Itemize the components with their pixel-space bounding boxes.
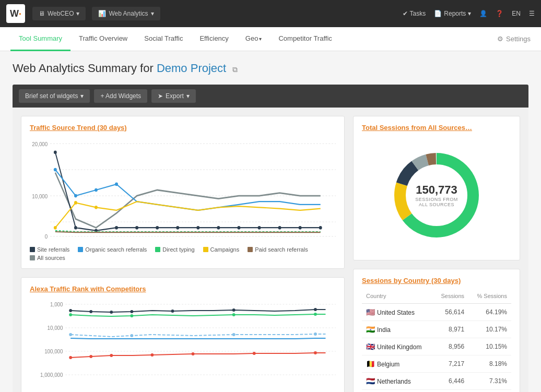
add-widgets-button[interactable]: + Add Widgets	[94, 89, 147, 103]
svg-point-27	[74, 201, 77, 205]
export-icon: ➤	[158, 92, 163, 100]
legend-paid: Paid search referrals	[248, 246, 308, 253]
webceo-app-button[interactable]: 🖥 WebCEO ▾	[32, 7, 86, 20]
alexa-rank-title: Alexa Traffic Rank with Competitors	[30, 285, 336, 293]
svg-point-51	[232, 333, 236, 336]
svg-point-17	[238, 226, 241, 230]
legend-color-dot	[155, 247, 160, 252]
col-sessions: Sessions	[433, 291, 468, 304]
table-row: 🇬🇧United Kingdom 8,956 10.15%	[362, 338, 511, 355]
svg-text:1,000,000: 1,000,000	[40, 372, 63, 378]
alexa-chart-svg: 1,000 10,000 100,000 1,000,000	[30, 299, 336, 392]
donut-center: 150,773 SESSIONS FROM ALL SOURCES	[415, 183, 458, 207]
legend-color-dot	[78, 247, 83, 252]
svg-point-9	[74, 226, 77, 230]
svg-point-41	[130, 310, 133, 313]
sessions-value: 7,217	[433, 355, 468, 373]
svg-text:20,000: 20,000	[32, 141, 48, 147]
webceo-icon: 🖥	[39, 10, 45, 17]
country-flag: 🇬🇧	[366, 342, 375, 351]
chevron-down-icon: ▾	[151, 10, 154, 17]
country-name: 🇳🇱Netherlands	[362, 373, 433, 390]
alexa-rank-chart: 1,000 10,000 100,000 1,000,000	[30, 299, 336, 392]
help-icon: ❓	[496, 10, 503, 17]
sessions-value: 8,956	[433, 338, 468, 355]
page-title: Web Analytics Summary for Demo Project ⧉	[13, 62, 528, 75]
user-icon: 👤	[479, 10, 487, 17]
top-nav-right: ✔ Tasks 📄 Reports ▾ 👤 ❓ EN ☰	[403, 10, 535, 17]
svg-point-39	[89, 310, 92, 313]
svg-point-13	[156, 226, 159, 230]
traffic-trend-title: Traffic Source Trend (30 days)	[30, 124, 336, 132]
svg-point-18	[258, 226, 261, 230]
menu-button[interactable]: ☰	[529, 10, 535, 17]
total-sessions-title: Total Sessions from All Sources…	[362, 124, 511, 132]
tab-social-traffic[interactable]: Social Traffic	[136, 27, 191, 51]
pct-value: 10.15%	[468, 338, 511, 355]
widget-set-button[interactable]: Brief set of widgets ▾	[19, 89, 90, 103]
country-name: 🇬🇧United Kingdom	[362, 338, 433, 355]
pct-value: 10.17%	[468, 321, 511, 338]
svg-point-20	[299, 226, 302, 230]
tab-efficiency[interactable]: Efficiency	[191, 27, 237, 51]
settings-link[interactable]: ⚙ Settings	[497, 35, 531, 43]
sessions-value: 8,971	[433, 321, 468, 338]
sub-nav-tabs: Tool Summary Traffic Overview Social Tra…	[10, 27, 497, 51]
reports-button[interactable]: 📄 Reports ▾	[434, 10, 471, 17]
tasks-button[interactable]: ✔ Tasks	[403, 10, 426, 17]
svg-text:1,000: 1,000	[50, 302, 63, 307]
table-row: 🇧🇪Belgium 7,217 8.18%	[362, 355, 511, 373]
svg-point-57	[192, 352, 195, 355]
hamburger-icon: ☰	[529, 10, 535, 17]
settings-icon: ⚙	[497, 35, 503, 43]
top-navigation: W● 🖥 WebCEO ▾ 📊 Web Analytics ▾ ✔ Tasks …	[0, 0, 541, 27]
country-name: 🇧🇪Belgium	[362, 355, 433, 373]
svg-point-19	[278, 226, 281, 230]
svg-point-21	[319, 226, 322, 230]
svg-point-23	[74, 194, 77, 198]
alexa-rank-card: Alexa Traffic Rank with Competitors 1,00…	[21, 277, 345, 392]
webanalytics-app-button[interactable]: 📊 Web Analytics ▾	[92, 7, 160, 20]
tab-competitor-traffic[interactable]: Competitor Traffic	[270, 27, 340, 51]
tab-tool-summary[interactable]: Tool Summary	[10, 27, 70, 51]
pct-value: 8.18%	[468, 355, 511, 373]
svg-point-46	[130, 314, 133, 317]
pct-value: 64.19%	[468, 304, 511, 321]
svg-point-12	[135, 226, 138, 230]
widgets-toolbar: Brief set of widgets ▾ + Add Widgets ➤ E…	[13, 85, 528, 108]
legend-all-sources: All sources	[30, 255, 65, 261]
svg-point-26	[54, 226, 57, 230]
svg-text:10,000: 10,000	[48, 325, 63, 331]
legend-campaigns: Campaigns	[203, 246, 240, 253]
chevron-down-icon: ▾	[186, 92, 190, 100]
sessions-value: 56,614	[433, 304, 468, 321]
sessions-by-country-card: Sessions by Country (30 days) Country Se…	[353, 269, 520, 392]
pct-value: 7.31%	[468, 373, 511, 390]
language-button[interactable]: EN	[512, 10, 521, 17]
donut-wrapper: 150,773 SESSIONS FROM ALL SOURCES	[390, 148, 484, 242]
country-table: Country Sessions % Sessions 🇺🇸United Sta…	[362, 291, 511, 390]
project-link[interactable]: Demo Project	[157, 62, 226, 75]
analytics-icon: 📊	[98, 10, 106, 17]
tab-geo[interactable]: Geo▾	[237, 27, 270, 51]
svg-point-49	[69, 333, 72, 336]
svg-point-16	[217, 226, 220, 230]
country-name: 🇮🇳India	[362, 321, 433, 338]
svg-text:0: 0	[45, 234, 48, 240]
svg-point-47	[232, 313, 236, 316]
donut-chart-container: 150,773 SESSIONS FROM ALL SOURCES	[362, 138, 511, 253]
svg-point-53	[69, 356, 72, 359]
chevron-down-icon: ▾	[76, 10, 79, 17]
chevron-down-icon: ▾	[80, 92, 84, 100]
legend-color-dot	[203, 247, 208, 252]
tab-traffic-overview[interactable]: Traffic Overview	[70, 27, 136, 51]
col-pct: % Sessions	[468, 291, 511, 304]
svg-point-14	[176, 226, 179, 230]
help-button[interactable]: ❓	[496, 10, 503, 17]
logo: W●	[6, 4, 25, 23]
table-row: 🇺🇸United States 56,614 64.19%	[362, 304, 511, 321]
traffic-trend-svg: 20,000 10,000 0	[30, 138, 336, 242]
svg-point-38	[69, 309, 72, 312]
export-button[interactable]: ➤ Export ▾	[151, 89, 196, 103]
user-button[interactable]: 👤	[479, 10, 487, 17]
